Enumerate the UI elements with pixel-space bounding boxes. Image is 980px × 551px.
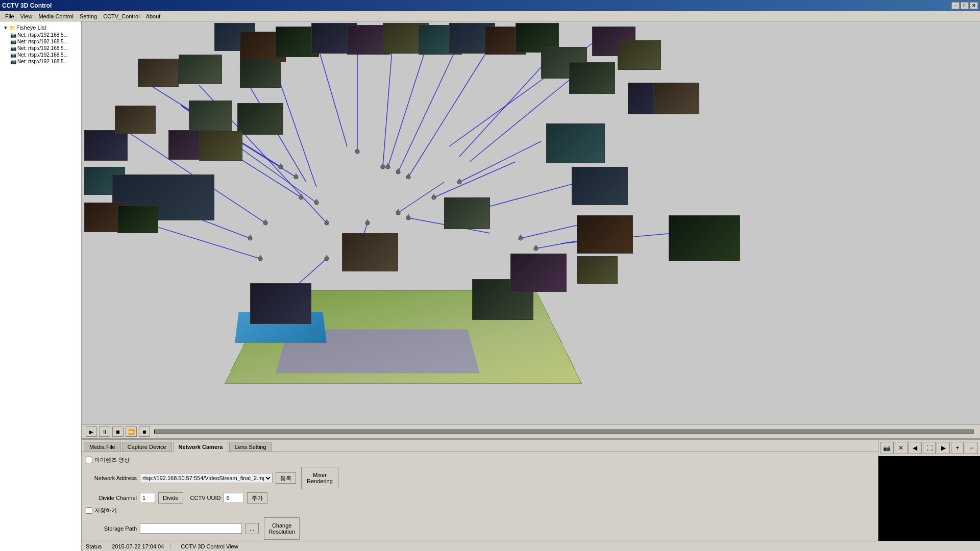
fisheye-row: 아이렌즈 영상 xyxy=(86,456,874,464)
cam3-label: Net: rtsp://192.168.5... xyxy=(17,45,68,51)
divide-channel-row: Divide Channel Divide CCTV UUID 추가 xyxy=(86,492,874,504)
thumbnail-19[interactable] xyxy=(199,131,242,161)
status-datetime: 2015-07-22 17:04:04 xyxy=(112,543,170,549)
network-address-label: Network Address xyxy=(86,475,137,481)
thumbnail-25[interactable] xyxy=(342,233,398,271)
thumbnail-35[interactable] xyxy=(653,83,699,114)
main-layout: ▼ 📁 Fisheye List 📷 Net: rtsp://192.168.5… xyxy=(0,21,980,551)
tab-bar: Media File Capture Device Network Camera… xyxy=(82,440,878,452)
sidebar-item-cam1[interactable]: 📷 Net: rtsp://192.168.5... xyxy=(2,32,79,38)
cam-ctrl-btn-7[interactable]: − xyxy=(965,442,978,454)
thumbnail-33[interactable]: 7 xyxy=(669,215,740,261)
cam-ctrl-btn-6[interactable]: + xyxy=(951,442,964,454)
stop-button[interactable]: ⏹ xyxy=(112,427,124,437)
thumbnail-28[interactable]: 59 xyxy=(510,254,567,292)
thumbnail-14[interactable]: 14 xyxy=(84,130,128,161)
storage-path-label2: Storage Path xyxy=(86,525,137,532)
thumbnail-32[interactable]: 17 xyxy=(577,215,633,254)
sidebar: ▼ 📁 Fisheye List 📷 Net: rtsp://192.168.5… xyxy=(0,21,82,551)
thumbnail-17[interactable] xyxy=(237,103,283,135)
status-label: Status xyxy=(86,543,102,549)
cctv-uuid-label: CCTV UUID xyxy=(190,495,221,501)
camera-icon-3: 📷 xyxy=(10,45,16,51)
thumbnail-24[interactable]: 99 xyxy=(250,283,311,324)
thumbnail-29[interactable]: 61 xyxy=(577,256,618,284)
bottom-panel: Media File Capture Device Network Camera… xyxy=(82,439,980,541)
storage-path-input[interactable] xyxy=(140,523,242,534)
tree-root[interactable]: ▼ 📁 Fisheye List xyxy=(2,23,79,32)
sidebar-item-cam3[interactable]: 📷 Net: rtsp://192.168.5... xyxy=(2,45,79,52)
content-area: 33142250489934596128177 ▶ ⏸ ⏹ ⏩ ⏺ Media … xyxy=(82,21,980,551)
camera-icon-5: 📷 xyxy=(10,59,16,64)
preview-area xyxy=(878,456,980,541)
storage-path-label: 저장하기 xyxy=(94,507,117,514)
thumbnail-5[interactable]: 33 xyxy=(138,59,179,87)
thumbnail-30[interactable] xyxy=(546,123,605,163)
cctv-uuid-input[interactable] xyxy=(224,493,244,503)
thumbnail-6[interactable] xyxy=(179,55,222,84)
sidebar-item-cam5[interactable]: 📷 Net: rtsp://192.168.5... xyxy=(2,58,79,65)
menu-view[interactable]: View xyxy=(17,12,36,20)
storage-path-row: Storage Path ... ChangeResolution xyxy=(86,517,874,540)
fisheye-checkbox[interactable] xyxy=(86,457,92,463)
tab-lens-setting[interactable]: Lens Setting xyxy=(229,442,272,452)
browse-button[interactable]: ... xyxy=(245,523,259,534)
thumbnail-37[interactable] xyxy=(569,62,615,94)
network-address-dropdown[interactable]: rtsp://192.168.50.57:554/VideoStream_fin… xyxy=(140,473,273,483)
cam-ctrl-btn-2[interactable]: ✕ xyxy=(895,442,908,454)
storage-checkbox-row: 저장하기 xyxy=(86,507,874,514)
fisheye-label: 아이렌즈 영상 xyxy=(94,456,130,464)
3d-view[interactable]: 33142250489934596128177 xyxy=(82,21,980,424)
mixer-rendering-button[interactable]: MixerRendering xyxy=(301,467,338,489)
titlebar-buttons: ─ □ ✕ xyxy=(951,2,978,9)
thumbnail-39[interactable] xyxy=(618,40,661,70)
minimize-button[interactable]: ─ xyxy=(951,2,960,9)
menu-setting[interactable]: Setting xyxy=(77,12,100,20)
network-camera-tab-content: 아이렌즈 영상 Network Address rtsp://192.168.5… xyxy=(82,452,878,551)
thumbnail-16[interactable] xyxy=(189,101,232,131)
cam-ctrl-btn-5[interactable]: ▶ xyxy=(937,442,950,454)
network-address-row: Network Address rtsp://192.168.50.57:554… xyxy=(86,467,874,489)
register-button[interactable]: 등록 xyxy=(276,472,296,484)
camera-icon-4: 📷 xyxy=(10,52,16,58)
menu-about[interactable]: About xyxy=(143,12,164,20)
maximize-button[interactable]: □ xyxy=(961,2,969,9)
storage-checkbox[interactable] xyxy=(86,507,92,514)
play-button[interactable]: ▶ xyxy=(86,427,97,437)
divide-channel-input[interactable] xyxy=(140,493,155,503)
menu-media-control[interactable]: Media Control xyxy=(35,12,76,20)
close-button[interactable]: ✕ xyxy=(970,2,978,9)
pause-button[interactable]: ⏸ xyxy=(99,427,110,437)
add-button[interactable]: 추가 xyxy=(247,492,267,504)
cam2-label: Net: rtsp://192.168.5... xyxy=(17,39,68,44)
forward-button[interactable]: ⏩ xyxy=(126,427,137,437)
sidebar-item-cam4[interactable]: 📷 Net: rtsp://192.168.5... xyxy=(2,52,79,58)
change-resolution-button[interactable]: ChangeResolution xyxy=(264,517,300,540)
tree-root-label: Fisheye List xyxy=(16,24,46,31)
titlebar-title: CCTV 3D Control xyxy=(2,2,52,9)
menu-cctv-control[interactable]: CCTV_Control xyxy=(100,12,143,20)
sidebar-item-cam2[interactable]: 📷 Net: rtsp://192.168.5... xyxy=(2,38,79,45)
menu-file[interactable]: File xyxy=(2,12,17,20)
thumbnail-15[interactable]: 22 xyxy=(115,106,156,134)
tab-media-file[interactable]: Media File xyxy=(84,442,121,452)
status-view-label: CCTV 3D Control View xyxy=(181,543,238,549)
progress-bar[interactable] xyxy=(154,430,974,434)
tab-network-camera[interactable]: Network Camera xyxy=(173,442,229,452)
camera-icon-1: 📷 xyxy=(10,32,16,38)
thumbnail-7[interactable] xyxy=(240,60,281,88)
tab-capture-device[interactable]: Capture Device xyxy=(122,442,172,452)
cam-ctrl-btn-4[interactable]: ⛶ xyxy=(923,442,936,454)
cam-ctrl-btn-1[interactable]: 📷 xyxy=(880,442,894,454)
status-bar: Status 2015-07-22 17:04:04 CCTV 3D Contr… xyxy=(82,541,980,551)
thumbnail-23[interactable] xyxy=(117,205,158,233)
thumbnail-26[interactable] xyxy=(444,197,490,229)
bottom-left: Media File Capture Device Network Camera… xyxy=(82,440,878,541)
thumbnail-31[interactable]: 28 xyxy=(572,167,628,205)
record-button[interactable]: ⏺ xyxy=(139,427,150,437)
folder-icon: 📁 xyxy=(9,25,15,31)
cam-ctrl-btn-3[interactable]: ◀ xyxy=(909,442,922,454)
camera-controls-row: 📷 ✕ ◀ ⛶ ▶ + − xyxy=(878,440,980,456)
cam1-label: Net: rtsp://192.168.5... xyxy=(17,32,68,38)
divide-button[interactable]: Divide xyxy=(158,492,183,504)
